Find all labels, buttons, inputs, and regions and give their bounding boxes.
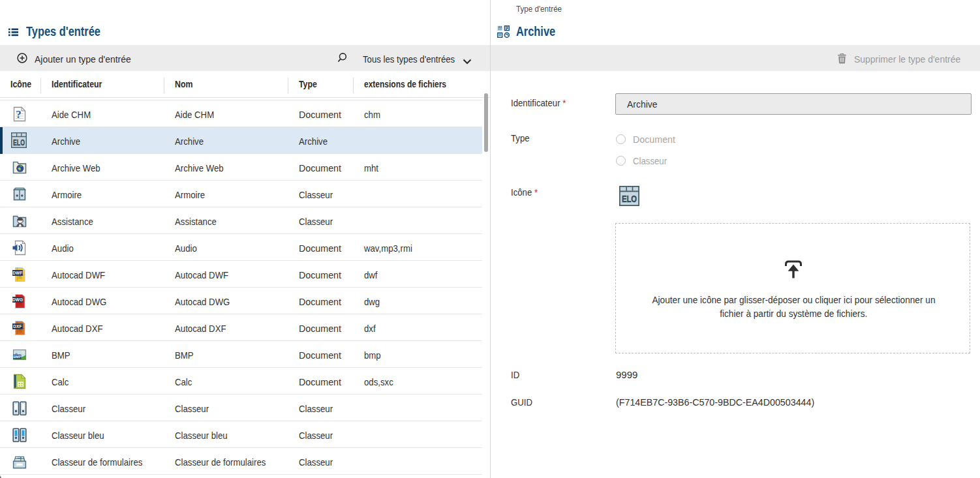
svg-text:ELO: ELO [622, 193, 637, 204]
svg-text:BMP: BMP [13, 355, 21, 359]
svg-text:DWF: DWF [12, 271, 22, 275]
svg-text:ELO: ELO [13, 138, 25, 147]
svg-text:?: ? [16, 108, 22, 121]
svg-text:DXF: DXF [13, 324, 22, 329]
svg-text:DWG: DWG [12, 297, 23, 302]
